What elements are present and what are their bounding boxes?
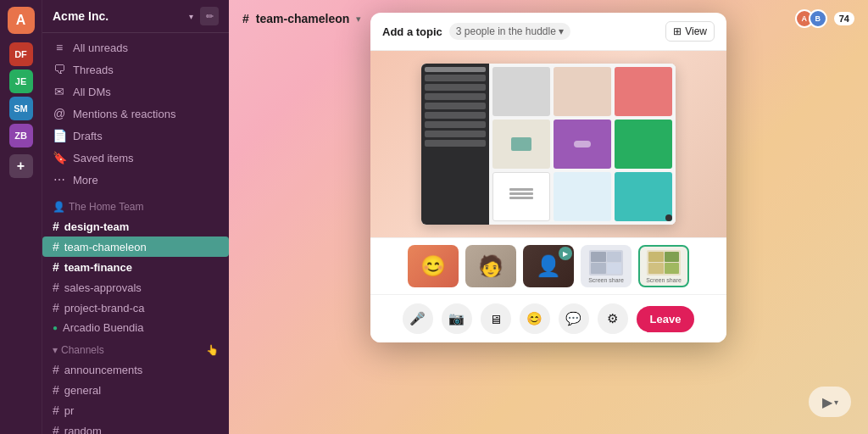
participants-strip: 😊 🧑 👤 ▶ Screen share xyxy=(370,237,726,294)
all-unreads-icon: ≡ xyxy=(53,41,66,54)
huddle-overlay: Add a topic 3 people in the huddle ▾ ⊞ V… xyxy=(370,13,726,342)
hash-icon: # xyxy=(53,424,59,434)
huddle-add-topic[interactable]: Add a topic xyxy=(382,25,442,38)
hash-icon: # xyxy=(53,260,59,274)
nav-saved[interactable]: 🔖 Saved items xyxy=(42,147,229,169)
screen-card-2 xyxy=(554,67,611,116)
channel-team-finance[interactable]: # team-finance xyxy=(42,257,229,277)
channel-announcements-label: announcements xyxy=(64,364,143,376)
screen-indicator xyxy=(665,214,672,221)
huddle-title-area: Add a topic 3 people in the huddle ▾ xyxy=(382,23,570,40)
channels-chevron-icon[interactable]: ▾ xyxy=(53,344,58,356)
participant-screen-1[interactable]: Screen share xyxy=(581,245,632,287)
channel-design-team[interactable]: # design-team xyxy=(42,216,229,236)
channels-section-label: Channels xyxy=(61,344,104,356)
channel-header-name: team-chameleon xyxy=(256,12,349,25)
participant-2[interactable]: 🧑 xyxy=(465,245,516,287)
nav-more-label: More xyxy=(73,174,98,186)
threads-icon: 🗨 xyxy=(53,63,66,76)
notification-count: 74 xyxy=(834,12,854,25)
add-workspace-button[interactable]: + xyxy=(9,154,33,178)
avatar-je[interactable]: JE xyxy=(9,70,33,93)
hash-icon: # xyxy=(53,363,59,376)
dm-arcadio-label: Arcadio Buendia xyxy=(63,321,143,334)
screen-card-3 xyxy=(615,67,672,116)
nav-mentions[interactable]: @ Mentions & reactions xyxy=(42,103,229,125)
nav-all-dms-label: All DMs xyxy=(73,86,111,98)
team-section-label: The Home Team xyxy=(69,201,143,213)
workspace-name[interactable]: Acme Inc. xyxy=(53,9,182,23)
nav-drafts-label: Drafts xyxy=(73,130,103,142)
screen-card-4 xyxy=(492,120,550,169)
channels-section-cursor: 👆 xyxy=(206,344,219,356)
channel-announcements[interactable]: # announcements xyxy=(42,359,229,380)
left-avatar-bar: A DF JE SM ZB + xyxy=(0,0,42,434)
dm-status-icon: ● xyxy=(53,323,58,332)
channel-general[interactable]: # general xyxy=(42,380,229,400)
screen-main-grid xyxy=(489,64,676,225)
chat-button[interactable]: 💬 xyxy=(559,303,589,334)
huddle-people-count[interactable]: 3 people in the huddle ▾ xyxy=(449,23,570,40)
nav-saved-label: Saved items xyxy=(73,152,134,164)
participant-face-2: 🧑 xyxy=(465,245,516,287)
participant-3[interactable]: 👤 ▶ xyxy=(523,245,574,287)
more-icon: ⋯ xyxy=(53,173,66,186)
screen-share-label-2: Screen share xyxy=(646,277,682,283)
screen-thumb-1 xyxy=(589,250,623,275)
channel-header-chevron[interactable]: ▾ xyxy=(356,14,361,25)
emoji-button[interactable]: 😊 xyxy=(520,303,550,334)
channel-team-chameleon[interactable]: # team-chameleon xyxy=(42,236,229,257)
avatar-df[interactable]: DF xyxy=(9,42,33,66)
mentions-icon: @ xyxy=(53,107,66,120)
nav-threads[interactable]: 🗨 Threads xyxy=(42,58,229,81)
huddle-view-button[interactable]: ⊞ View xyxy=(665,21,715,42)
nav-mentions-label: Mentions & reactions xyxy=(73,108,175,120)
screen-share-button[interactable]: 🖥 xyxy=(481,303,511,334)
send-button[interactable]: ▶ xyxy=(822,394,832,410)
screen-thumb-2 xyxy=(647,250,681,275)
nav-more[interactable]: ⋯ More xyxy=(42,169,229,191)
nav-all-unreads[interactable]: ≡ All unreads xyxy=(42,36,229,58)
channel-sales-approvals-label: sales-approvals xyxy=(64,281,142,294)
sidebar-header: Acme Inc. ▾ ✏ xyxy=(42,0,229,33)
nav-drafts[interactable]: 📄 Drafts xyxy=(42,125,229,147)
mic-button[interactable]: 🎤 xyxy=(403,303,433,334)
screen-card-9 xyxy=(615,172,672,221)
grid-icon: ⊞ xyxy=(673,25,682,37)
dm-arcadio[interactable]: ● Arcadio Buendia xyxy=(42,318,229,337)
workspace-chevron-icon[interactable]: ▾ xyxy=(189,12,193,21)
video-button[interactable]: 📷 xyxy=(442,303,472,334)
send-chevron-icon[interactable]: ▾ xyxy=(834,398,838,407)
new-message-icon[interactable]: ✏ xyxy=(200,7,219,25)
team-section-header: 👤 The Home Team xyxy=(42,194,229,216)
avatar-zb[interactable]: ZB xyxy=(9,124,33,147)
channel-sales-approvals[interactable]: # sales-approvals xyxy=(42,277,229,298)
header-right: A B 74 xyxy=(795,9,854,28)
hash-icon: # xyxy=(53,240,59,253)
hash-icon: # xyxy=(53,281,59,294)
channel-team-finance-label: team-finance xyxy=(64,261,132,274)
screen-card-8 xyxy=(554,172,611,221)
participant-screen-2[interactable]: Screen share xyxy=(638,245,689,287)
leave-button[interactable]: Leave xyxy=(637,306,695,332)
avatar-sm[interactable]: SM xyxy=(9,97,33,120)
hash-icon: # xyxy=(53,383,59,397)
channel-team-chameleon-label: team-chameleon xyxy=(64,241,147,253)
nav-all-dms[interactable]: ✉ All DMs xyxy=(42,81,229,103)
channel-pr[interactable]: # pr xyxy=(42,400,229,420)
channel-project-brand[interactable]: # project-brand-ca xyxy=(42,298,229,318)
channel-design-team-label: design-team xyxy=(64,220,130,233)
hash-icon: # xyxy=(53,220,59,233)
settings-button[interactable]: ⚙ xyxy=(598,303,628,334)
participant-1[interactable]: 😊 xyxy=(408,245,459,287)
workspace-logo-small[interactable]: A xyxy=(8,7,35,34)
huddle-controls: 🎤 📷 🖥 😊 💬 ⚙ Leave xyxy=(370,294,726,342)
channel-project-brand-label: project-brand-ca xyxy=(64,302,145,314)
dms-icon: ✉ xyxy=(53,85,66,98)
channel-random[interactable]: # random xyxy=(42,420,229,434)
nav-all-unreads-label: All unreads xyxy=(73,42,128,54)
screen-card-5 xyxy=(554,120,611,169)
hash-icon: # xyxy=(53,301,59,314)
saved-icon: 🔖 xyxy=(53,151,66,164)
main-content: # team-chameleon ▾ A B 74 Add a topic 3 … xyxy=(229,0,868,434)
